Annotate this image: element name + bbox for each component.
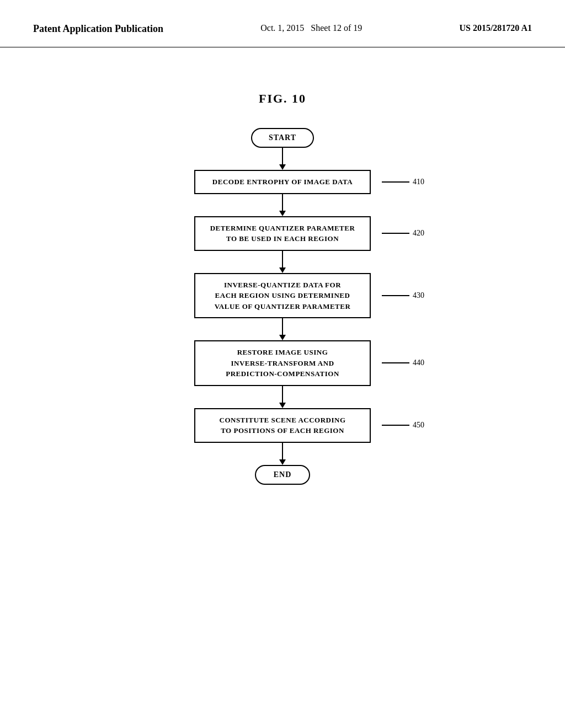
- arrow-6: [279, 443, 286, 465]
- flowchart: START DECODE ENTROPHY OF IMAGE DATA 410: [194, 128, 371, 485]
- step-450-number: 450: [413, 421, 424, 430]
- patent-number: US 2015/281720 A1: [459, 22, 532, 34]
- start-node: START: [251, 128, 314, 148]
- step-440-number: 440: [413, 358, 424, 367]
- label-440-container: 440: [382, 358, 424, 367]
- step-450-label: CONSTITUTE SCENE ACCORDINGTO POSITIONS O…: [220, 416, 346, 435]
- main-content: FIG. 10 START DECODE ENTROPHY OF IMAGE D…: [0, 47, 565, 485]
- step-450-row: CONSTITUTE SCENE ACCORDINGTO POSITIONS O…: [194, 408, 371, 443]
- line: [282, 194, 283, 211]
- tick-line-440: [382, 362, 409, 363]
- arrow-2: [279, 194, 286, 216]
- arrowhead: [279, 403, 286, 408]
- arrowhead: [279, 164, 286, 170]
- end-node: END: [255, 465, 310, 485]
- line: [282, 386, 283, 403]
- step-440-label: RESTORE IMAGE USINGINVERSE-TRANSFORM AND…: [226, 348, 339, 378]
- label-430-container: 430: [382, 291, 424, 300]
- arrow-4: [279, 318, 286, 340]
- tick-line-430: [382, 295, 409, 296]
- step-430-row: INVERSE-QUANTIZE DATA FOREACH REGION USI…: [194, 273, 371, 319]
- line: [282, 251, 283, 267]
- sheet: Sheet 12 of 19: [311, 23, 362, 33]
- step-410-box: DECODE ENTROPHY OF IMAGE DATA: [194, 170, 371, 194]
- label-450-container: 450: [382, 421, 424, 430]
- step-450-box: CONSTITUTE SCENE ACCORDINGTO POSITIONS O…: [194, 408, 371, 443]
- step-410-row: DECODE ENTROPHY OF IMAGE DATA 410: [194, 170, 371, 194]
- step-420-row: DETERMINE QUANTIZER PARAMETERTO BE USED …: [194, 216, 371, 251]
- line: [282, 443, 283, 459]
- step-430-number: 430: [413, 291, 424, 300]
- arrow-5: [279, 386, 286, 408]
- step-440-box: RESTORE IMAGE USINGINVERSE-TRANSFORM AND…: [194, 340, 371, 386]
- step-420-number: 420: [413, 229, 424, 238]
- arrow-1: [279, 148, 286, 170]
- tick-line-420: [382, 233, 409, 234]
- figure-title: FIG. 10: [259, 92, 306, 106]
- step-410-number: 410: [413, 178, 424, 186]
- step-440-row: RESTORE IMAGE USINGINVERSE-TRANSFORM AND…: [194, 340, 371, 386]
- step-420-box: DETERMINE QUANTIZER PARAMETERTO BE USED …: [194, 216, 371, 251]
- arrowhead: [279, 335, 286, 340]
- step-430-label: INVERSE-QUANTIZE DATA FOREACH REGION USI…: [215, 281, 351, 311]
- label-410-container: 410: [382, 178, 424, 186]
- date-sheet: Oct. 1, 2015 Sheet 12 of 19: [260, 22, 362, 34]
- date: Oct. 1, 2015: [260, 23, 304, 33]
- line: [282, 148, 283, 164]
- step-430-box: INVERSE-QUANTIZE DATA FOREACH REGION USI…: [194, 273, 371, 319]
- arrowhead: [279, 211, 286, 216]
- step-420-label: DETERMINE QUANTIZER PARAMETERTO BE USED …: [210, 224, 355, 243]
- step-410-label: DECODE ENTROPHY OF IMAGE DATA: [212, 178, 353, 186]
- end-oval: END: [255, 465, 310, 485]
- start-oval: START: [251, 128, 314, 148]
- arrowhead: [279, 459, 286, 465]
- page-header: Patent Application Publication Oct. 1, 2…: [0, 0, 565, 47]
- label-420-container: 420: [382, 229, 424, 238]
- line: [282, 318, 283, 335]
- arrow-3: [279, 251, 286, 273]
- tick-line-410: [382, 181, 409, 183]
- arrowhead: [279, 267, 286, 273]
- publication-label: Patent Application Publication: [33, 22, 163, 36]
- tick-line-450: [382, 425, 409, 426]
